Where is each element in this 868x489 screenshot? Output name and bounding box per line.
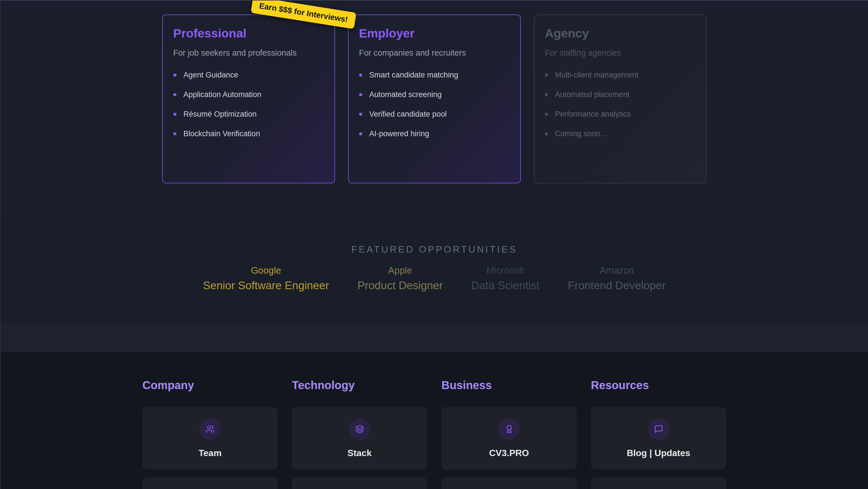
plan-subtitle: For companies and recruiters: [359, 48, 510, 58]
job-title: Senior Software Engineer: [203, 279, 329, 292]
feature-label: Blockchain Verification: [184, 130, 260, 138]
footer-card-partial[interactable]: [591, 477, 726, 489]
feature-label: Multi-client management: [555, 71, 639, 80]
featured-heading: FEATURED OPPORTUNITIES: [1, 212, 868, 255]
job-company: Google: [203, 265, 329, 276]
bullet-icon: [173, 113, 177, 116]
feature-label: Automated screening: [369, 90, 442, 99]
job-title: Frontend Developer: [568, 279, 666, 292]
footer-card-label: Team: [198, 448, 221, 458]
plan-subtitle: For staffing agencies: [545, 48, 695, 58]
footer: Company Technology Business Resources Te…: [1, 351, 868, 489]
plan-card-employer[interactable]: Employer For companies and recruiters Sm…: [348, 15, 521, 183]
footer-card-partial[interactable]: [441, 477, 577, 489]
feature-label: Smart candidate matching: [369, 71, 458, 80]
bullet-icon: [173, 93, 177, 96]
feature-item: Application Automation: [173, 90, 324, 99]
job-company: Amazon: [568, 265, 666, 276]
feature-label: AI-powered hiring: [369, 130, 430, 138]
footer-card-cv3pro[interactable]: CV3.PRO: [441, 407, 577, 469]
feature-item: Agent Guidance: [173, 71, 324, 80]
plan-card-content: Professional For job seekers and profess…: [173, 26, 324, 138]
footer-heading-company: Company: [143, 379, 278, 392]
footer-card-partial[interactable]: [292, 477, 427, 489]
footer-heading-resources: Resources: [591, 379, 726, 392]
plan-card-professional[interactable]: Professional For job seekers and profess…: [162, 15, 335, 183]
footer-cards-row: Team Stack CV3.PRO: [143, 407, 726, 469]
feature-item: Automated screening: [359, 90, 510, 99]
featured-job-google[interactable]: Google Senior Software Engineer: [203, 265, 329, 292]
plan-features: Multi-client management Automated placem…: [545, 71, 695, 138]
featured-job-apple[interactable]: Apple Product Designer: [358, 265, 443, 292]
icon-circle: [199, 418, 221, 440]
plan-subtitle: For job seekers and professionals: [173, 48, 324, 58]
plan-card-content: Agency For staffing agencies Multi-clien…: [545, 26, 695, 138]
bullet-icon: [173, 132, 177, 135]
plan-cards-row: Professional For job seekers and profess…: [1, 1, 868, 183]
footer-card-label: Stack: [347, 448, 372, 458]
footer-content: Company Technology Business Resources Te…: [143, 379, 726, 489]
footer-card-team[interactable]: Team: [143, 407, 278, 469]
bullet-icon: [545, 132, 548, 135]
featured-opportunities-section: FEATURED OPPORTUNITIES Google Senior Sof…: [1, 211, 868, 324]
users-icon: [206, 425, 215, 434]
featured-job-amazon[interactable]: Amazon Frontend Developer: [568, 265, 666, 292]
job-company: Apple: [358, 265, 443, 276]
feature-item: Smart candidate matching: [359, 71, 510, 80]
icon-circle: [349, 418, 370, 440]
layers-icon: [355, 425, 364, 434]
feature-item: Verified candidate pool: [359, 110, 510, 119]
bullet-icon: [359, 93, 362, 96]
feature-label: Application Automation: [184, 90, 261, 99]
feature-item: Blockchain Verification: [173, 130, 324, 138]
job-title: Product Designer: [358, 279, 443, 292]
page: Earn $$$ for Interviews! Professional Fo…: [0, 0, 868, 489]
job-title: Data Scientist: [471, 279, 539, 292]
footer-cards-row-partial: [143, 477, 726, 489]
feature-item: Performance analytics: [545, 110, 695, 119]
footer-heading-technology: Technology: [292, 379, 427, 392]
bullet-icon: [359, 74, 362, 77]
plan-title: Employer: [359, 26, 510, 40]
bullet-icon: [359, 132, 362, 135]
bullet-icon: [545, 93, 548, 96]
footer-headings-row: Company Technology Business Resources: [143, 379, 726, 392]
bullet-icon: [173, 74, 177, 77]
bullet-icon: [359, 113, 362, 116]
feature-label: Automated placement: [555, 90, 630, 99]
plans-section: Earn $$$ for Interviews! Professional Fo…: [1, 1, 868, 211]
award-icon: [505, 425, 514, 434]
footer-heading-business: Business: [441, 379, 577, 392]
feature-item: Multi-client management: [545, 71, 695, 80]
footer-card-label: Blog | Updates: [627, 448, 690, 458]
feature-label: Verified candidate pool: [369, 110, 447, 119]
plan-card-content: Employer For companies and recruiters Sm…: [359, 26, 510, 138]
bullet-icon: [545, 74, 548, 77]
plan-features: Agent Guidance Application Automation Ré…: [173, 71, 324, 138]
feature-item: Résumé Optimization: [173, 110, 324, 119]
icon-circle: [498, 418, 520, 440]
plan-title: Agency: [545, 26, 695, 40]
plan-card-agency: Agency For staffing agencies Multi-clien…: [534, 15, 707, 183]
section-divider-band: [1, 324, 868, 351]
feature-label: Résumé Optimization: [184, 110, 257, 119]
message-icon: [654, 425, 663, 434]
feature-label: Agent Guidance: [184, 71, 239, 80]
footer-card-label: CV3.PRO: [489, 448, 529, 458]
bullet-icon: [545, 113, 548, 116]
footer-card-stack[interactable]: Stack: [292, 407, 427, 469]
feature-item: AI-powered hiring: [359, 130, 510, 138]
featured-job-microsoft[interactable]: Microsoft Data Scientist: [471, 265, 539, 292]
icon-circle: [648, 418, 670, 440]
job-company: Microsoft: [471, 265, 539, 276]
feature-label: Performance analytics: [555, 110, 631, 119]
feature-label: Coming soon...: [555, 130, 607, 138]
featured-jobs-row: Google Senior Software Engineer Apple Pr…: [1, 265, 868, 292]
plan-title: Professional: [173, 26, 324, 40]
footer-card-partial[interactable]: [143, 477, 278, 489]
plan-features: Smart candidate matching Automated scree…: [359, 71, 510, 138]
feature-item: Automated placement: [545, 90, 695, 99]
feature-item: Coming soon...: [545, 130, 695, 138]
footer-card-blog[interactable]: Blog | Updates: [591, 407, 726, 469]
